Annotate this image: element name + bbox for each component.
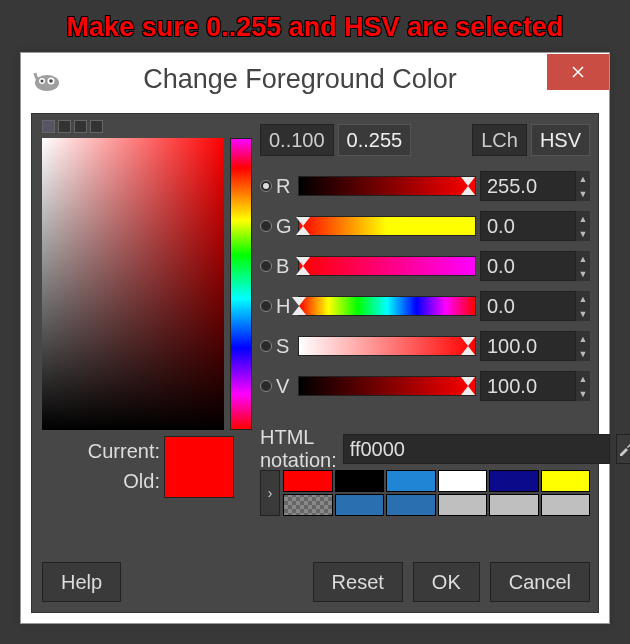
eyedropper-button[interactable] <box>616 434 630 464</box>
spin-up-icon[interactable]: ▲ <box>576 251 590 266</box>
channel-radio-g[interactable] <box>260 220 272 232</box>
model-tab-hsv[interactable]: HSV <box>531 124 590 156</box>
channel-spin-b: ▲▼ <box>480 251 590 281</box>
svg-point-2 <box>41 80 44 83</box>
channel-spin-s: ▲▼ <box>480 331 590 361</box>
spin-down-icon[interactable]: ▼ <box>576 186 590 201</box>
channel-input-b[interactable] <box>480 251 576 281</box>
channel-row-v: V▲▼ <box>260 366 590 406</box>
spin-down-icon[interactable]: ▼ <box>576 226 590 241</box>
channel-sliders: R▲▼G▲▼B▲▼H▲▼S▲▼V▲▼ <box>260 166 590 406</box>
channel-label-b: B <box>276 255 294 278</box>
spin-up-icon[interactable]: ▲ <box>576 211 590 226</box>
swatch-3[interactable] <box>438 470 488 492</box>
instruction-text: Make sure 0..255 and HSV are selected <box>0 0 630 51</box>
swatch-1[interactable] <box>335 470 385 492</box>
channel-spin-r: ▲▼ <box>480 171 590 201</box>
current-label: Current: <box>88 440 160 463</box>
chevron-right-icon: › <box>268 485 273 501</box>
spin-down-icon[interactable]: ▼ <box>576 266 590 281</box>
dialog-body: 0..100 0..255 LCh HSV R▲▼G▲▼B▲▼H▲▼S▲▼V▲▼… <box>31 113 599 613</box>
channel-row-h: H▲▼ <box>260 286 590 326</box>
channel-input-v[interactable] <box>480 371 576 401</box>
ok-button[interactable]: OK <box>413 562 480 602</box>
swatch-11[interactable] <box>541 494 591 516</box>
channel-label-v: V <box>276 375 294 398</box>
channel-row-r: R▲▼ <box>260 166 590 206</box>
channel-input-s[interactable] <box>480 331 576 361</box>
picker-tab-palette[interactable] <box>90 120 103 133</box>
hue-strip[interactable] <box>230 138 252 430</box>
saturation-value-field[interactable] <box>42 138 224 430</box>
channel-radio-v[interactable] <box>260 380 272 392</box>
picker-tab-gimp[interactable] <box>42 120 55 133</box>
eyedropper-icon <box>617 441 630 457</box>
channel-input-h[interactable] <box>480 291 576 321</box>
swatch-grid <box>283 470 590 516</box>
swatch-7[interactable] <box>335 494 385 516</box>
spin-up-icon[interactable]: ▲ <box>576 371 590 386</box>
swatch-9[interactable] <box>438 494 488 516</box>
model-tab-lch[interactable]: LCh <box>472 124 527 156</box>
channel-slider-h[interactable] <box>298 296 476 316</box>
picker-mode-tabs <box>42 120 103 133</box>
range-tab-0-100[interactable]: 0..100 <box>260 124 334 156</box>
channel-slider-r[interactable] <box>298 176 476 196</box>
window-title: Change Foreground Color <box>73 64 547 95</box>
close-button[interactable] <box>547 54 609 90</box>
swatch-history: › <box>260 470 590 516</box>
channel-label-s: S <box>276 335 294 358</box>
channel-input-g[interactable] <box>480 211 576 241</box>
spin-up-icon[interactable]: ▲ <box>576 331 590 346</box>
channel-label-r: R <box>276 175 294 198</box>
titlebar: Change Foreground Color <box>21 53 609 105</box>
channel-input-r[interactable] <box>480 171 576 201</box>
html-notation-input[interactable] <box>343 434 610 464</box>
picker-tab-cmyk[interactable] <box>58 120 71 133</box>
channel-row-s: S▲▼ <box>260 326 590 366</box>
channel-spin-v: ▲▼ <box>480 371 590 401</box>
channel-radio-b[interactable] <box>260 260 272 272</box>
dialog-buttons: Help Reset OK Cancel <box>42 562 590 602</box>
channel-slider-g[interactable] <box>298 216 476 236</box>
gimp-icon <box>31 63 63 95</box>
html-notation-label: HTML notation: <box>260 426 337 472</box>
swatch-0[interactable] <box>283 470 333 492</box>
svg-point-0 <box>35 75 59 91</box>
spin-down-icon[interactable]: ▼ <box>576 346 590 361</box>
spin-down-icon[interactable]: ▼ <box>576 306 590 321</box>
channel-spin-g: ▲▼ <box>480 211 590 241</box>
svg-point-4 <box>49 79 53 83</box>
swatch-6[interactable] <box>283 494 333 516</box>
color-dialog-window: Change Foreground Color 0..100 0..255 LC… <box>20 52 610 624</box>
swatch-8[interactable] <box>386 494 436 516</box>
picker-tab-wheel[interactable] <box>74 120 87 133</box>
swatch-5[interactable] <box>541 470 591 492</box>
channel-spin-h: ▲▼ <box>480 291 590 321</box>
channel-radio-h[interactable] <box>260 300 272 312</box>
range-tab-0-255[interactable]: 0..255 <box>338 124 412 156</box>
channel-radio-s[interactable] <box>260 340 272 352</box>
channel-row-g: G▲▼ <box>260 206 590 246</box>
channel-slider-b[interactable] <box>298 256 476 276</box>
color-model-tabs: LCh HSV <box>472 124 590 156</box>
old-label: Old: <box>123 470 160 493</box>
channel-radio-r[interactable] <box>260 180 272 192</box>
spin-up-icon[interactable]: ▲ <box>576 291 590 306</box>
spin-up-icon[interactable]: ▲ <box>576 171 590 186</box>
close-icon <box>571 65 585 79</box>
channel-label-g: G <box>276 215 294 238</box>
cancel-button[interactable]: Cancel <box>490 562 590 602</box>
swatch-10[interactable] <box>489 494 539 516</box>
range-tabs: 0..100 0..255 <box>260 124 411 156</box>
spin-down-icon[interactable]: ▼ <box>576 386 590 401</box>
reset-button[interactable]: Reset <box>313 562 403 602</box>
swatch-expand-button[interactable]: › <box>260 470 280 516</box>
channel-slider-s[interactable] <box>298 336 476 356</box>
help-button[interactable]: Help <box>42 562 121 602</box>
html-notation-row: HTML notation: <box>260 432 590 466</box>
swatch-4[interactable] <box>489 470 539 492</box>
channel-slider-v[interactable] <box>298 376 476 396</box>
swatch-2[interactable] <box>386 470 436 492</box>
channel-row-b: B▲▼ <box>260 246 590 286</box>
